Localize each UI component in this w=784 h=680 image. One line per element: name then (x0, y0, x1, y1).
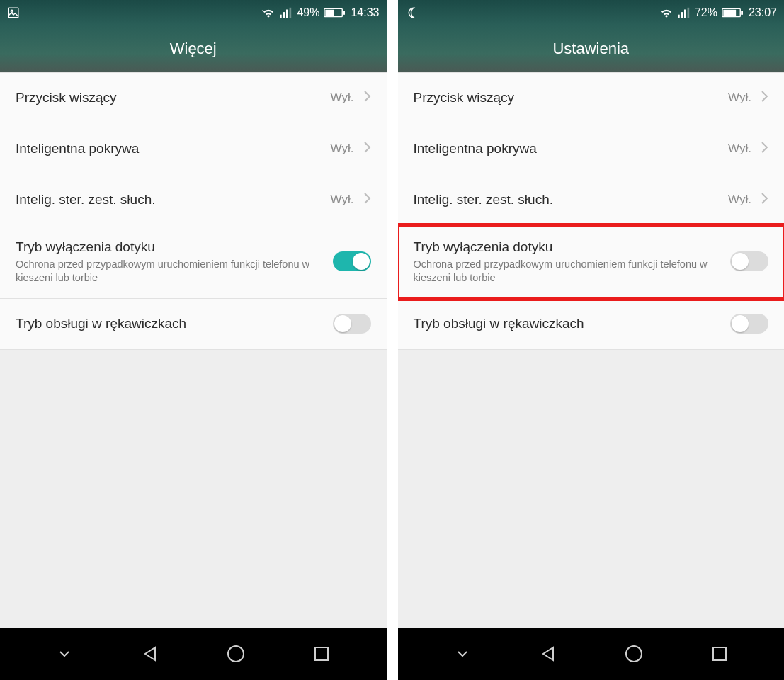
svg-rect-3 (283, 12, 285, 18)
svg-rect-17 (723, 10, 736, 16)
chevron-right-icon (363, 90, 371, 106)
row-subtitle: Ochrona przed przypadkowym uruchomieniem… (16, 258, 326, 285)
moon-icon (405, 6, 418, 19)
status-bar: 49% 14:33 (0, 0, 387, 26)
row-floating-button[interactable]: Przycisk wiszący Wył. (0, 72, 387, 123)
signal-icon (280, 7, 292, 18)
row-headset-control[interactable]: Intelig. ster. zest. słuch. Wył. (0, 174, 387, 225)
svg-rect-14 (687, 8, 689, 18)
row-value: Wył. (331, 193, 354, 207)
nav-collapse[interactable] (43, 633, 86, 675)
phone-left: 49% 14:33 Więcej Przycisk wiszący Wył. I… (0, 0, 387, 680)
touch-disable-toggle[interactable] (333, 251, 371, 271)
battery-icon (722, 8, 743, 18)
row-title: Przycisk wiszący (414, 89, 722, 107)
row-title: Inteligentna pokrywa (414, 140, 722, 158)
signal-icon (678, 7, 691, 18)
wifi-icon (659, 7, 674, 18)
chevron-right-icon (760, 141, 768, 157)
settings-list: Przycisk wiszący Wył. Inteligentna pokry… (0, 72, 387, 628)
row-value: Wył. (728, 91, 751, 105)
page-title-text: Więcej (170, 40, 217, 58)
row-title: Tryb obsługi w rękawiczkach (414, 314, 724, 333)
row-title: Tryb obsługi w rękawiczkach (16, 314, 326, 333)
clock: 23:07 (749, 6, 777, 19)
svg-rect-7 (343, 11, 346, 15)
row-headset-control[interactable]: Intelig. ster. zest. słuch. Wył. (398, 174, 785, 225)
row-title: Intelig. ster. zest. słuch. (414, 191, 722, 209)
nav-home[interactable] (613, 633, 655, 675)
settings-list: Przycisk wiszący Wył. Inteligentna pokry… (398, 72, 785, 628)
page-title: Więcej (0, 26, 387, 72)
row-title: Intelig. ster. zest. słuch. (16, 191, 324, 209)
nav-back[interactable] (129, 633, 171, 675)
svg-point-1 (11, 10, 13, 12)
svg-rect-11 (678, 15, 680, 18)
nav-bar (398, 628, 785, 680)
page-title-text: Ustawienia (552, 40, 629, 58)
page-title: Ustawienia (398, 26, 785, 72)
row-floating-button[interactable]: Przycisk wiszący Wył. (398, 72, 785, 123)
battery-pct: 49% (297, 6, 319, 19)
row-touch-disable[interactable]: Tryb wyłączenia dotyku Ochrona przed prz… (398, 225, 785, 299)
row-title: Inteligentna pokrywa (16, 140, 324, 158)
row-title: Przycisk wiszący (16, 89, 324, 107)
nav-recent[interactable] (698, 633, 741, 675)
gallery-icon (7, 6, 20, 19)
row-smart-cover[interactable]: Inteligentna pokrywa Wył. (0, 123, 387, 174)
svg-rect-19 (713, 647, 726, 660)
touch-disable-toggle[interactable] (730, 251, 768, 271)
row-touch-disable[interactable]: Tryb wyłączenia dotyku Ochrona przed prz… (0, 225, 387, 299)
battery-pct: 72% (695, 6, 717, 19)
svg-rect-16 (741, 11, 743, 15)
row-value: Wył. (331, 142, 354, 156)
svg-point-9 (228, 646, 244, 662)
nav-home[interactable] (215, 633, 257, 675)
row-value: Wył. (331, 91, 354, 105)
svg-rect-12 (681, 12, 683, 18)
battery-icon (324, 8, 345, 18)
svg-rect-5 (290, 8, 292, 18)
row-value: Wył. (728, 193, 751, 207)
row-subtitle: Ochrona przed przypadkowym uruchomieniem… (414, 258, 724, 285)
row-value: Wył. (728, 142, 751, 156)
svg-rect-10 (315, 647, 328, 660)
svg-rect-0 (8, 8, 18, 18)
nav-bar (0, 628, 387, 680)
phone-right: 72% 23:07 Ustawienia Przycisk wiszący Wy… (398, 0, 785, 680)
svg-rect-4 (286, 10, 288, 18)
row-gloves-mode[interactable]: Tryb obsługi w rękawiczkach (0, 299, 387, 350)
svg-rect-2 (280, 15, 282, 18)
svg-rect-8 (326, 10, 334, 16)
chevron-right-icon (760, 90, 768, 106)
row-title: Tryb wyłączenia dotyku (414, 238, 724, 256)
chevron-right-icon (363, 141, 371, 157)
wifi-icon (261, 7, 275, 18)
nav-back[interactable] (527, 633, 569, 675)
row-smart-cover[interactable]: Inteligentna pokrywa Wył. (398, 123, 785, 174)
nav-collapse[interactable] (441, 633, 484, 675)
gloves-toggle[interactable] (333, 314, 371, 334)
gloves-toggle[interactable] (730, 314, 768, 334)
chevron-right-icon (363, 192, 371, 208)
status-bar: 72% 23:07 (398, 0, 785, 26)
row-title: Tryb wyłączenia dotyku (16, 238, 326, 256)
clock: 14:33 (351, 6, 379, 19)
nav-recent[interactable] (300, 633, 343, 675)
row-gloves-mode[interactable]: Tryb obsługi w rękawiczkach (398, 299, 785, 350)
svg-point-18 (626, 646, 642, 662)
svg-rect-13 (684, 10, 686, 18)
chevron-right-icon (760, 192, 768, 208)
